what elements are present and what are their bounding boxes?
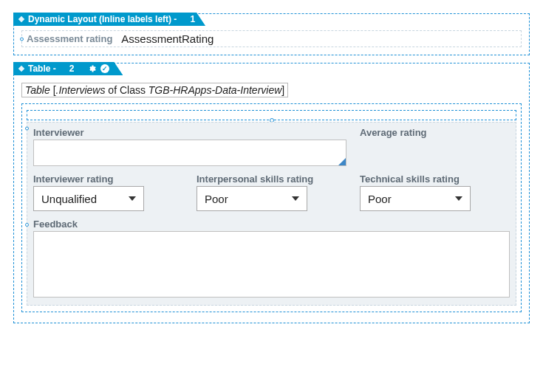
select-value: Poor <box>205 193 228 205</box>
panel-title: Table - <box>28 63 56 74</box>
panel-tab-dynamic-layout[interactable]: Dynamic Layout (Inline labels left) - 1 <box>13 13 205 26</box>
feedback-label: Feedback <box>33 219 510 230</box>
feedback-textarea[interactable] <box>33 231 510 298</box>
select-value: Poor <box>368 193 392 205</box>
selection-handle-icon <box>20 37 24 41</box>
selection-handle-icon <box>18 16 24 22</box>
assessment-rating-value: AssessmentRating <box>121 32 214 45</box>
autocomplete-corner-icon <box>338 158 346 165</box>
avg-rating-field[interactable]: Average rating <box>360 127 510 166</box>
assessment-rating-label: Assessment rating <box>27 33 112 44</box>
interpersonal-field[interactable]: Interpersonal skills rating Poor <box>197 173 346 211</box>
panel-index: 2 <box>69 63 75 74</box>
interviewer-rating-select[interactable]: Unqualified <box>33 186 144 211</box>
selection-handle-icon <box>18 66 24 72</box>
avg-rating-label: Average rating <box>360 127 510 138</box>
repeating-row-zone[interactable]: Interviewer Average rating Interviewer r… <box>21 103 522 312</box>
technical-label: Technical skills rating <box>360 173 510 185</box>
chevron-down-icon <box>129 196 136 201</box>
interpersonal-label: Interpersonal skills rating <box>197 173 346 185</box>
panel-tab-table[interactable]: Table - 2 ✓ <box>13 62 123 75</box>
selection-handle-icon <box>25 127 29 131</box>
interviewer-rating-field[interactable]: Interviewer rating Unqualified <box>33 173 183 211</box>
row-template[interactable]: Interviewer Average rating Interviewer r… <box>27 122 516 306</box>
technical-field[interactable]: Technical skills rating Poor <box>360 173 510 211</box>
technical-select[interactable]: Poor <box>360 186 471 211</box>
interviewer-input[interactable] <box>33 140 346 166</box>
selection-handle-icon <box>25 223 29 227</box>
panel-title: Dynamic Layout (Inline labels left) - <box>28 14 177 24</box>
check-icon[interactable]: ✓ <box>100 64 109 73</box>
feedback-field[interactable]: Feedback <box>33 219 510 298</box>
gear-icon[interactable] <box>87 64 96 73</box>
chevron-down-icon <box>455 196 462 201</box>
interviewer-field[interactable]: Interviewer <box>33 127 346 166</box>
assessment-rating-row[interactable]: Assessment rating AssessmentRating <box>21 30 522 47</box>
select-value: Unqualified <box>41 193 97 205</box>
dynamic-layout-panel[interactable]: Dynamic Layout (Inline labels left) - 1 … <box>13 13 530 55</box>
panel-index: 1 <box>190 14 195 24</box>
table-panel[interactable]: Table - 2 ✓ Table [.Interviews of Class … <box>13 63 530 323</box>
interviewer-label: Interviewer <box>33 127 346 138</box>
chevron-down-icon <box>292 196 299 201</box>
table-source-descriptor[interactable]: Table [.Interviews of Class TGB-HRApps-D… <box>21 83 288 97</box>
row-drop-zone[interactable] <box>27 110 516 120</box>
interpersonal-select[interactable]: Poor <box>197 186 307 211</box>
interviewer-rating-label: Interviewer rating <box>33 173 183 185</box>
